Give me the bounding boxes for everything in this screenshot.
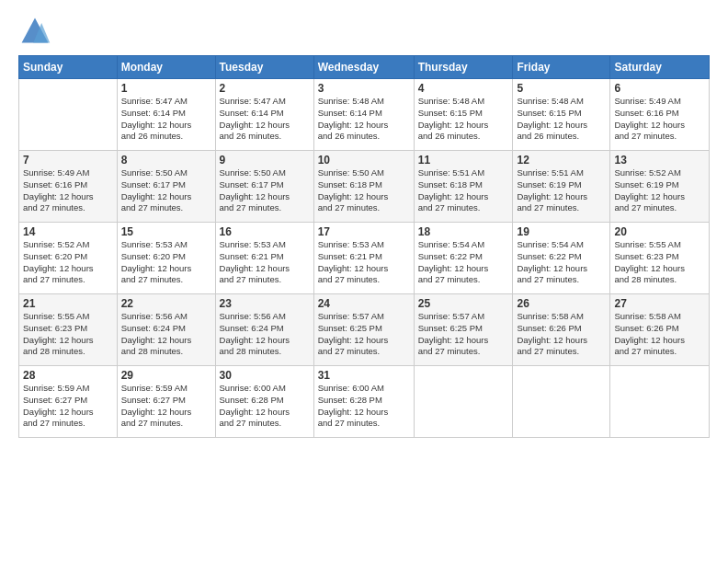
day-info: Sunrise: 5:49 AM Sunset: 6:16 PM Dayligh… xyxy=(23,167,113,214)
day-info: Sunrise: 5:48 AM Sunset: 6:15 PM Dayligh… xyxy=(418,96,509,143)
day-info: Sunrise: 5:53 AM Sunset: 6:21 PM Dayligh… xyxy=(318,239,410,286)
day-number: 23 xyxy=(220,297,310,310)
logo-icon xyxy=(18,15,51,48)
day-info: Sunrise: 5:48 AM Sunset: 6:15 PM Dayligh… xyxy=(517,96,606,143)
day-info: Sunrise: 5:50 AM Sunset: 6:17 PM Dayligh… xyxy=(121,167,211,214)
calendar-week-row: 28Sunrise: 5:59 AM Sunset: 6:27 PM Dayli… xyxy=(19,366,710,438)
calendar-cell: 5Sunrise: 5:48 AM Sunset: 6:15 PM Daylig… xyxy=(513,79,610,151)
calendar-cell: 8Sunrise: 5:50 AM Sunset: 6:17 PM Daylig… xyxy=(117,151,215,223)
day-info: Sunrise: 5:53 AM Sunset: 6:21 PM Dayligh… xyxy=(220,239,310,286)
day-number: 26 xyxy=(517,297,606,310)
day-info: Sunrise: 5:59 AM Sunset: 6:27 PM Dayligh… xyxy=(23,383,113,430)
calendar-cell: 21Sunrise: 5:55 AM Sunset: 6:23 PM Dayli… xyxy=(19,294,118,366)
day-number: 19 xyxy=(517,225,606,238)
day-number: 1 xyxy=(121,82,211,95)
calendar-week-row: 21Sunrise: 5:55 AM Sunset: 6:23 PM Dayli… xyxy=(19,294,710,366)
day-info: Sunrise: 5:48 AM Sunset: 6:14 PM Dayligh… xyxy=(318,96,410,143)
calendar-cell: 16Sunrise: 5:53 AM Sunset: 6:21 PM Dayli… xyxy=(215,223,313,294)
calendar-cell: 11Sunrise: 5:51 AM Sunset: 6:18 PM Dayli… xyxy=(414,151,513,223)
day-info: Sunrise: 5:53 AM Sunset: 6:20 PM Dayligh… xyxy=(121,239,211,286)
day-number: 4 xyxy=(418,82,509,95)
day-info: Sunrise: 6:00 AM Sunset: 6:28 PM Dayligh… xyxy=(318,383,410,430)
day-number: 29 xyxy=(121,369,211,382)
calendar-cell: 12Sunrise: 5:51 AM Sunset: 6:19 PM Dayli… xyxy=(513,151,610,223)
calendar-header-wednesday: Wednesday xyxy=(313,56,414,79)
calendar-cell: 19Sunrise: 5:54 AM Sunset: 6:22 PM Dayli… xyxy=(513,223,610,294)
calendar-cell: 14Sunrise: 5:52 AM Sunset: 6:20 PM Dayli… xyxy=(19,223,118,294)
calendar-cell: 27Sunrise: 5:58 AM Sunset: 6:26 PM Dayli… xyxy=(610,294,710,366)
day-number: 27 xyxy=(614,297,705,310)
day-info: Sunrise: 5:49 AM Sunset: 6:16 PM Dayligh… xyxy=(614,96,705,143)
day-number: 3 xyxy=(318,82,410,95)
day-info: Sunrise: 5:58 AM Sunset: 6:26 PM Dayligh… xyxy=(517,311,606,358)
day-info: Sunrise: 6:00 AM Sunset: 6:28 PM Dayligh… xyxy=(220,383,310,430)
day-number: 10 xyxy=(318,154,410,167)
calendar-week-row: 14Sunrise: 5:52 AM Sunset: 6:20 PM Dayli… xyxy=(19,223,710,294)
page: SundayMondayTuesdayWednesdayThursdayFrid… xyxy=(0,0,728,563)
day-number: 25 xyxy=(418,297,509,310)
day-info: Sunrise: 5:52 AM Sunset: 6:19 PM Dayligh… xyxy=(614,167,705,214)
day-number: 24 xyxy=(318,297,410,310)
calendar-cell: 2Sunrise: 5:47 AM Sunset: 6:14 PM Daylig… xyxy=(215,79,313,151)
calendar-cell: 28Sunrise: 5:59 AM Sunset: 6:27 PM Dayli… xyxy=(19,366,118,438)
day-number: 15 xyxy=(121,225,211,238)
calendar-cell xyxy=(19,79,118,151)
header xyxy=(18,15,710,48)
day-number: 22 xyxy=(121,297,211,310)
calendar-cell: 22Sunrise: 5:56 AM Sunset: 6:24 PM Dayli… xyxy=(117,294,215,366)
calendar-cell: 26Sunrise: 5:58 AM Sunset: 6:26 PM Dayli… xyxy=(513,294,610,366)
calendar-header-tuesday: Tuesday xyxy=(215,56,313,79)
day-number: 14 xyxy=(23,225,113,238)
day-info: Sunrise: 5:54 AM Sunset: 6:22 PM Dayligh… xyxy=(517,239,606,286)
calendar-cell: 15Sunrise: 5:53 AM Sunset: 6:20 PM Dayli… xyxy=(117,223,215,294)
day-number: 11 xyxy=(418,154,509,167)
calendar-cell: 24Sunrise: 5:57 AM Sunset: 6:25 PM Dayli… xyxy=(313,294,414,366)
day-info: Sunrise: 5:52 AM Sunset: 6:20 PM Dayligh… xyxy=(23,239,113,286)
calendar-week-row: 1Sunrise: 5:47 AM Sunset: 6:14 PM Daylig… xyxy=(19,79,710,151)
calendar-cell: 20Sunrise: 5:55 AM Sunset: 6:23 PM Dayli… xyxy=(610,223,710,294)
day-number: 5 xyxy=(517,82,606,95)
day-number: 2 xyxy=(220,82,310,95)
calendar-cell: 29Sunrise: 5:59 AM Sunset: 6:27 PM Dayli… xyxy=(117,366,215,438)
day-info: Sunrise: 5:58 AM Sunset: 6:26 PM Dayligh… xyxy=(614,311,705,358)
calendar-cell: 3Sunrise: 5:48 AM Sunset: 6:14 PM Daylig… xyxy=(313,79,414,151)
day-info: Sunrise: 5:54 AM Sunset: 6:22 PM Dayligh… xyxy=(418,239,509,286)
day-info: Sunrise: 5:51 AM Sunset: 6:19 PM Dayligh… xyxy=(517,167,606,214)
day-number: 20 xyxy=(614,225,705,238)
calendar-cell: 30Sunrise: 6:00 AM Sunset: 6:28 PM Dayli… xyxy=(215,366,313,438)
day-number: 18 xyxy=(418,225,509,238)
calendar-cell: 4Sunrise: 5:48 AM Sunset: 6:15 PM Daylig… xyxy=(414,79,513,151)
logo xyxy=(18,15,55,48)
day-info: Sunrise: 5:50 AM Sunset: 6:17 PM Dayligh… xyxy=(220,167,310,214)
calendar-cell xyxy=(414,366,513,438)
calendar-week-row: 7Sunrise: 5:49 AM Sunset: 6:16 PM Daylig… xyxy=(19,151,710,223)
day-info: Sunrise: 5:50 AM Sunset: 6:18 PM Dayligh… xyxy=(318,167,410,214)
day-number: 17 xyxy=(318,225,410,238)
day-info: Sunrise: 5:55 AM Sunset: 6:23 PM Dayligh… xyxy=(23,311,113,358)
calendar-cell: 31Sunrise: 6:00 AM Sunset: 6:28 PM Dayli… xyxy=(313,366,414,438)
day-info: Sunrise: 5:51 AM Sunset: 6:18 PM Dayligh… xyxy=(418,167,509,214)
day-number: 12 xyxy=(517,154,606,167)
day-number: 16 xyxy=(220,225,310,238)
day-number: 31 xyxy=(318,369,410,382)
calendar-cell: 10Sunrise: 5:50 AM Sunset: 6:18 PM Dayli… xyxy=(313,151,414,223)
day-info: Sunrise: 5:47 AM Sunset: 6:14 PM Dayligh… xyxy=(220,96,310,143)
calendar-cell xyxy=(610,366,710,438)
day-number: 7 xyxy=(23,154,113,167)
day-number: 6 xyxy=(614,82,705,95)
calendar-header-friday: Friday xyxy=(513,56,610,79)
day-number: 21 xyxy=(23,297,113,310)
calendar-cell: 9Sunrise: 5:50 AM Sunset: 6:17 PM Daylig… xyxy=(215,151,313,223)
calendar-header-thursday: Thursday xyxy=(414,56,513,79)
day-number: 28 xyxy=(23,369,113,382)
calendar-table: SundayMondayTuesdayWednesdayThursdayFrid… xyxy=(18,55,710,438)
calendar-header-saturday: Saturday xyxy=(610,56,710,79)
calendar-header-sunday: Sunday xyxy=(19,56,118,79)
calendar-cell: 18Sunrise: 5:54 AM Sunset: 6:22 PM Dayli… xyxy=(414,223,513,294)
day-number: 8 xyxy=(121,154,211,167)
day-info: Sunrise: 5:57 AM Sunset: 6:25 PM Dayligh… xyxy=(418,311,509,358)
calendar-cell: 17Sunrise: 5:53 AM Sunset: 6:21 PM Dayli… xyxy=(313,223,414,294)
calendar-cell: 13Sunrise: 5:52 AM Sunset: 6:19 PM Dayli… xyxy=(610,151,710,223)
day-number: 13 xyxy=(614,154,705,167)
calendar-cell: 7Sunrise: 5:49 AM Sunset: 6:16 PM Daylig… xyxy=(19,151,118,223)
